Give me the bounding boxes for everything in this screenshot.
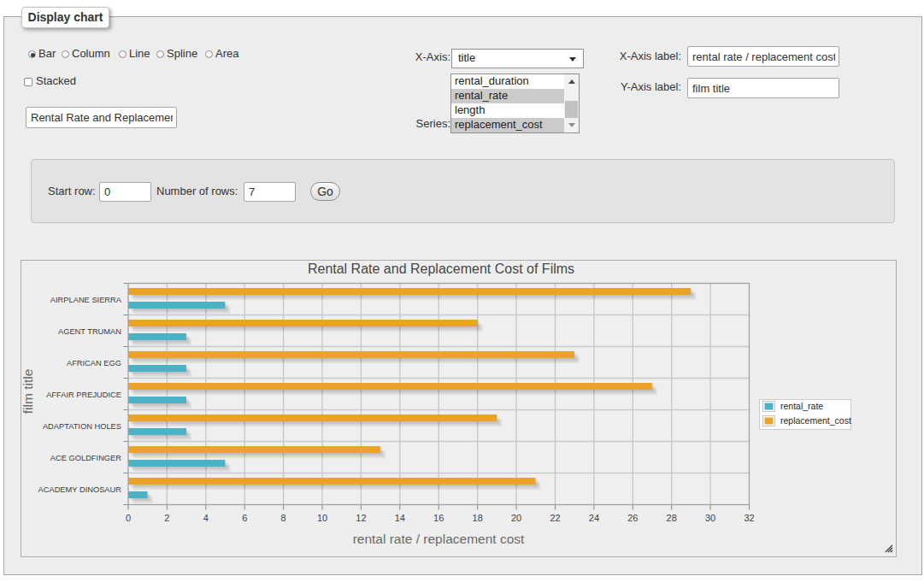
svg-text:ADAPTATION HOLES: ADAPTATION HOLES [43,422,121,431]
svg-text:rental rate / replacement cost: rental rate / replacement cost [353,532,525,546]
svg-text:0: 0 [126,513,131,523]
svg-text:12: 12 [356,513,366,523]
svg-text:10: 10 [317,513,327,523]
svg-text:24: 24 [589,513,599,523]
svg-text:4: 4 [203,513,209,523]
svg-text:14: 14 [395,513,405,523]
svg-text:Rental Rate and Replacement Co: Rental Rate and Replacement Cost of Film… [308,262,574,276]
svg-text:8: 8 [281,513,286,523]
svg-text:AGENT TRUMAN: AGENT TRUMAN [58,327,121,336]
svg-text:film title: film title [21,369,35,414]
svg-text:20: 20 [511,513,521,523]
svg-text:AFFAIR PREJUDICE: AFFAIR PREJUDICE [46,391,121,399]
svg-text:2: 2 [164,513,169,523]
svg-text:ACADEMY DINOSAUR: ACADEMY DINOSAUR [38,485,122,494]
svg-text:32: 32 [744,513,754,523]
svg-text:30: 30 [705,513,715,523]
svg-text:ACE GOLDFINGER: ACE GOLDFINGER [50,454,121,462]
svg-text:AIRPLANE SIERRA: AIRPLANE SIERRA [50,296,122,304]
svg-text:18: 18 [473,513,483,523]
svg-text:28: 28 [667,513,677,523]
svg-text:16: 16 [433,513,444,523]
svg-text:22: 22 [550,513,560,523]
svg-text:AFRICAN EGG: AFRICAN EGG [67,359,121,367]
svg-text:rental_rate: rental_rate [780,401,823,411]
svg-text:replacement_cost: replacement_cost [780,415,851,426]
svg-text:26: 26 [627,513,638,523]
svg-text:6: 6 [242,513,247,523]
